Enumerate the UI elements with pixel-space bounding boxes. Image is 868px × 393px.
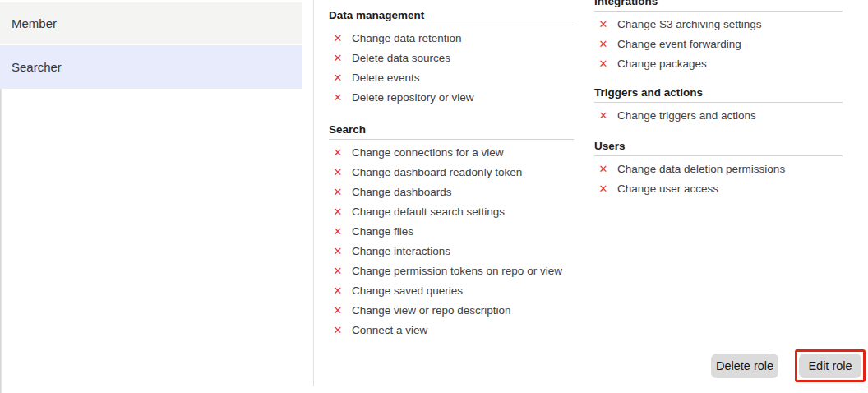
permission-item: ✕ Change user access bbox=[594, 178, 843, 198]
permissions-column-right: Integrations ✕ Change S3 archiving setti… bbox=[594, 0, 843, 198]
permission-label: Change permission tokens on repo or view bbox=[352, 265, 562, 277]
section-search: Search ✕ Change connections for a view ✕… bbox=[329, 124, 574, 340]
permission-item: ✕ Change view or repo description bbox=[329, 300, 574, 320]
permission-item: ✕ Change event forwarding bbox=[594, 34, 843, 53]
permission-label: Change S3 archiving settings bbox=[617, 18, 762, 30]
delete-role-button[interactable]: Delete role bbox=[711, 354, 778, 378]
permission-label: Change event forwarding bbox=[617, 38, 741, 50]
denied-x-icon: ✕ bbox=[332, 246, 344, 257]
section-triggers-and-actions: Triggers and actions ✕ Change triggers a… bbox=[594, 87, 843, 125]
denied-x-icon: ✕ bbox=[332, 226, 344, 237]
denied-x-icon: ✕ bbox=[332, 72, 344, 83]
left-edge-shadow bbox=[0, 89, 2, 393]
denied-x-icon: ✕ bbox=[332, 266, 344, 276]
permission-label: Change files bbox=[352, 225, 413, 238]
section-title: Data management bbox=[329, 10, 574, 25]
denied-x-icon: ✕ bbox=[332, 285, 344, 296]
denied-x-icon: ✕ bbox=[598, 164, 609, 174]
permission-item: ✕ Change files bbox=[329, 221, 574, 241]
permission-item: ✕ Change triggers and actions bbox=[594, 105, 843, 125]
permission-list: ✕ Change data retention ✕ Delete data so… bbox=[329, 28, 574, 107]
permission-item: ✕ Change connections for a view bbox=[329, 142, 574, 162]
permission-list: ✕ Change triggers and actions bbox=[594, 105, 843, 125]
denied-x-icon: ✕ bbox=[598, 58, 609, 69]
denied-x-icon: ✕ bbox=[598, 183, 609, 194]
permission-label: Change saved queries bbox=[352, 284, 463, 297]
denied-x-icon: ✕ bbox=[332, 187, 344, 197]
denied-x-icon: ✕ bbox=[332, 33, 344, 44]
permission-item: ✕ Change packages bbox=[594, 53, 843, 73]
permission-item: ✕ Change dashboard readonly token bbox=[329, 162, 574, 182]
permission-label: Change data retention bbox=[352, 32, 462, 44]
permission-label: Change triggers and actions bbox=[617, 109, 756, 122]
permission-item: ✕ Change data deletion permissions bbox=[594, 159, 843, 178]
section-integrations: Integrations ✕ Change S3 archiving setti… bbox=[594, 0, 843, 73]
permission-list: ✕ Change connections for a view ✕ Change… bbox=[329, 142, 574, 340]
sidebar-item-label: Member bbox=[12, 16, 57, 30]
denied-x-icon: ✕ bbox=[332, 206, 344, 217]
section-data-management: Data management ✕ Change data retention … bbox=[329, 10, 574, 107]
role-permissions-page: Member Searcher Data management ✕ Change… bbox=[0, 0, 868, 393]
section-title: Search bbox=[329, 124, 574, 140]
section-title: Users bbox=[594, 141, 843, 156]
edit-role-button[interactable]: Edit role bbox=[799, 354, 861, 378]
denied-x-icon: ✕ bbox=[598, 110, 609, 121]
permission-item: ✕ Change data retention bbox=[329, 28, 574, 48]
permission-item: ✕ Change interactions bbox=[329, 241, 574, 261]
denied-x-icon: ✕ bbox=[598, 39, 609, 49]
permission-item: ✕ Delete events bbox=[329, 67, 574, 87]
sidebar-item-searcher[interactable]: Searcher bbox=[0, 45, 302, 89]
permission-label: Change packages bbox=[617, 58, 707, 70]
permission-item: ✕ Change dashboards bbox=[329, 182, 574, 201]
permission-item: ✕ Change default search settings bbox=[329, 201, 574, 221]
denied-x-icon: ✕ bbox=[332, 325, 344, 335]
permission-item: ✕ Change permission tokens on repo or vi… bbox=[329, 261, 574, 280]
denied-x-icon: ✕ bbox=[598, 19, 609, 30]
permission-list: ✕ Change S3 archiving settings ✕ Change … bbox=[594, 14, 843, 73]
permission-label: Delete data sources bbox=[352, 52, 450, 64]
permission-item: ✕ Change saved queries bbox=[329, 280, 574, 300]
permission-label: Change dashboard readonly token bbox=[352, 166, 522, 178]
denied-x-icon: ✕ bbox=[332, 53, 344, 63]
permission-label: Change default search settings bbox=[352, 206, 505, 218]
permission-list: ✕ Change data deletion permissions ✕ Cha… bbox=[594, 159, 843, 198]
permission-item: ✕ Change S3 archiving settings bbox=[594, 14, 843, 34]
denied-x-icon: ✕ bbox=[332, 92, 344, 103]
permission-label: Delete repository or view bbox=[352, 91, 474, 104]
denied-x-icon: ✕ bbox=[332, 167, 344, 178]
annotation-red-box: Edit role bbox=[795, 349, 866, 382]
permissions-column-left: Data management ✕ Change data retention … bbox=[329, 0, 574, 340]
permission-item: ✕ Delete data sources bbox=[329, 48, 574, 67]
denied-x-icon: ✕ bbox=[332, 147, 344, 158]
section-users: Users ✕ Change data deletion permissions… bbox=[594, 141, 843, 198]
permission-label: Change data deletion permissions bbox=[617, 163, 785, 175]
permission-label: Change interactions bbox=[352, 245, 450, 257]
section-title: Integrations bbox=[594, 0, 843, 12]
section-title: Triggers and actions bbox=[594, 87, 843, 103]
permission-label: Change view or repo description bbox=[352, 304, 511, 317]
denied-x-icon: ✕ bbox=[332, 305, 344, 316]
permission-item: ✕ Connect a view bbox=[329, 320, 574, 340]
vertical-divider bbox=[313, 0, 314, 386]
permission-label: Change dashboards bbox=[352, 186, 452, 198]
permission-label: Change connections for a view bbox=[352, 146, 504, 159]
permission-label: Connect a view bbox=[352, 324, 427, 336]
sidebar-item-member[interactable]: Member bbox=[0, 2, 302, 44]
roles-sidebar: Member Searcher bbox=[0, 0, 302, 89]
permission-label: Change user access bbox=[617, 183, 718, 195]
permission-item: ✕ Delete repository or view bbox=[329, 87, 574, 107]
sidebar-item-label: Searcher bbox=[12, 60, 62, 74]
permission-label: Delete events bbox=[352, 72, 420, 84]
